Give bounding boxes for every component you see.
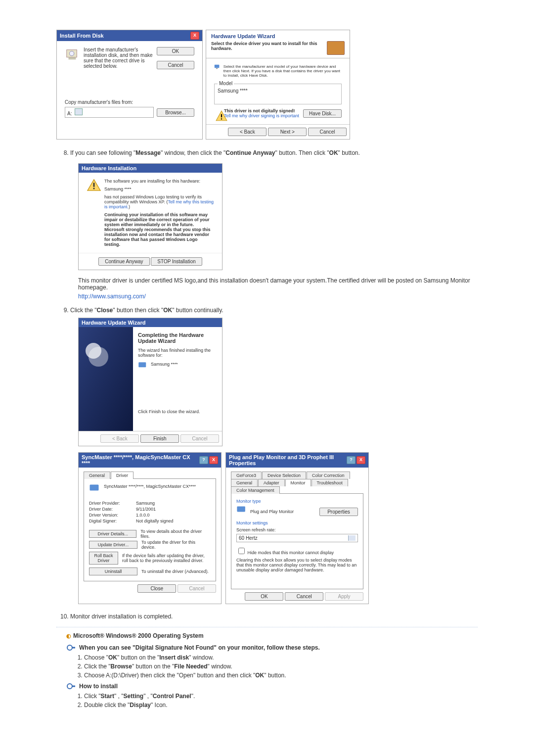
tab-general[interactable]: General [84, 472, 110, 479]
install-instruction: Insert the manufacturer's installation d… [84, 47, 157, 69]
rollback-driver-button[interactable]: Roll Back Driver [89, 552, 118, 565]
uninstall-button[interactable]: Uninstall [89, 567, 137, 575]
sig-not-found-heading: When you can see "Digital Signature Not … [79, 644, 320, 651]
hw-install-title: Hardware Installation [82, 165, 136, 171]
monitor-icon [138, 362, 148, 370]
svg-rect-5 [221, 114, 222, 118]
copy-files-label: Copy manufacturer's files from: [65, 99, 194, 105]
apply-button: Apply [325, 592, 363, 601]
monitor-icon [236, 506, 247, 518]
dropdown-icon[interactable] [75, 108, 83, 115]
help-icon[interactable]: ? [199, 456, 208, 464]
hardware-update-wizard-dialog: Hardware Update Wizard Select the device… [206, 30, 350, 140]
wizard-side-image [79, 327, 133, 431]
svg-rect-18 [72, 686, 75, 687]
step-marker-icon [66, 644, 76, 651]
driver-properties-dialog: SyncMaster ****/****, MagicSyncMaster CX… [78, 452, 222, 604]
ok-button[interactable]: OK [245, 592, 283, 601]
cancel-button[interactable]: Cancel [308, 128, 347, 136]
tab-general[interactable]: General [231, 479, 258, 486]
completing-wizard-dialog: Hardware Update Wizard Completing the Ha… [78, 318, 222, 446]
cancel-button[interactable]: Cancel [157, 61, 194, 69]
cancel-button[interactable]: Cancel [285, 592, 323, 601]
svg-rect-8 [93, 188, 95, 189]
close-icon[interactable]: X [190, 32, 199, 40]
hw-update-title: Hardware Update Wizard [211, 33, 345, 39]
stop-installation-button[interactable]: STOP Installation [151, 257, 202, 266]
wizard-complete-heading: Completing the Hardware Update Wizard [138, 332, 216, 344]
why-signing-link[interactable]: Tell me why driver signing is important [224, 113, 299, 118]
continue-anyway-button[interactable]: Continue Anyway [98, 257, 149, 266]
w2k-b-step-1: Click "Start" , "Setting" , "Control Pan… [84, 693, 478, 700]
help-icon[interactable]: ? [347, 456, 356, 464]
tab-color-correction[interactable]: Color Correction [307, 472, 350, 479]
install-from-disk-title: Install From Disk [60, 33, 104, 39]
finish-button[interactable]: Finish [140, 434, 179, 443]
hw-instruction: Select the manufacturer and model of you… [223, 64, 342, 78]
have-disk-button[interactable]: Have Disk... [303, 109, 342, 118]
monitor-icon [89, 484, 101, 496]
svg-point-1 [69, 51, 74, 55]
warning-icon [214, 110, 221, 117]
close-icon[interactable]: X [356, 456, 365, 464]
model-group-label: Model [218, 81, 234, 86]
hardware-icon [327, 41, 345, 55]
os-2000-heading: ◐Microsoft® Windows® 2000 Operating Syst… [66, 632, 478, 639]
svg-rect-7 [93, 183, 95, 187]
tab-driver[interactable]: Driver [111, 472, 134, 479]
tab-troubleshoot[interactable]: Troubleshoot [312, 479, 348, 486]
svg-point-17 [67, 684, 72, 689]
hardware-installation-dialog: Hardware Installation The software you a… [78, 163, 222, 270]
step-10: Monitor driver installation is completed… [70, 613, 478, 620]
plug-and-play-properties-dialog: Plug and Play Monitor and 3D Prophet III… [225, 452, 369, 604]
driver-details-button[interactable]: Driver Details... [89, 530, 136, 538]
w2k-a-step-1: Choose "OK" button on the "Insert disk" … [84, 654, 478, 661]
back-button: < Back [100, 434, 139, 443]
svg-rect-6 [221, 118, 222, 119]
not-signed-text: This driver is not digitally signed! [224, 108, 295, 113]
install-from-disk-dialog: Install From DiskX Insert the manufactur… [56, 30, 203, 140]
bullet-icon: ◐ [66, 633, 71, 639]
tab-monitor[interactable]: Monitor [285, 479, 311, 486]
browse-button[interactable]: Browse... [157, 108, 194, 117]
model-value: Samsung **** [218, 88, 338, 94]
step-marker-icon [66, 683, 76, 690]
disk-icon [65, 47, 80, 62]
tab-color-mgmt[interactable]: Color Management [231, 486, 280, 494]
svg-point-11 [86, 343, 101, 359]
svg-point-15 [67, 645, 72, 650]
properties-button[interactable]: Properties [319, 508, 358, 516]
path-input[interactable]: A: [65, 107, 154, 118]
close-button[interactable]: Close [137, 584, 176, 593]
w2k-a-step-2: Click the "Browse" button on the "File N… [84, 663, 478, 670]
dropdown-icon [348, 535, 356, 541]
step-9: Click the "Close" button then click "OK"… [70, 307, 478, 314]
w2k-a-step-3: Choose A:(D:\Driver) then click the "Ope… [84, 672, 478, 679]
refresh-rate-select[interactable]: 60 Hertz [236, 534, 358, 542]
tab-geforce3[interactable]: GeForce3 [231, 472, 262, 479]
close-icon[interactable]: X [209, 456, 218, 464]
hw-install-l1: The software you are installing for this… [104, 179, 214, 184]
cert-paragraph: This monitor driver is under certified M… [78, 277, 478, 291]
hw-install-l2: Samsung **** [104, 187, 214, 191]
tab-device-selection[interactable]: Device Selection [262, 472, 306, 479]
samsung-link[interactable]: http://www.samsung.com/ [78, 293, 146, 300]
svg-rect-16 [72, 647, 75, 649]
step-8: If you can see following "Message" windo… [56, 149, 478, 156]
svg-rect-14 [237, 506, 245, 512]
svg-rect-3 [215, 65, 220, 68]
ok-button[interactable]: OK [157, 47, 194, 55]
update-driver-button[interactable]: Update Driver... [89, 541, 137, 549]
cancel-button: Cancel [180, 434, 219, 443]
cancel-button: Cancel [178, 584, 216, 593]
svg-rect-13 [90, 485, 99, 491]
hw-update-sub: Select the device driver you want to ins… [211, 41, 327, 55]
back-button[interactable]: < Back [228, 128, 267, 136]
next-button[interactable]: Next > [268, 128, 307, 136]
hide-modes-checkbox[interactable] [238, 548, 245, 554]
svg-rect-4 [216, 68, 218, 69]
tab-adapter[interactable]: Adapter [258, 479, 285, 486]
how-to-install-heading: How to install [79, 683, 118, 690]
svg-rect-2 [69, 57, 76, 60]
w2k-b-step-2: Double click the "Display" Icon. [84, 702, 478, 709]
